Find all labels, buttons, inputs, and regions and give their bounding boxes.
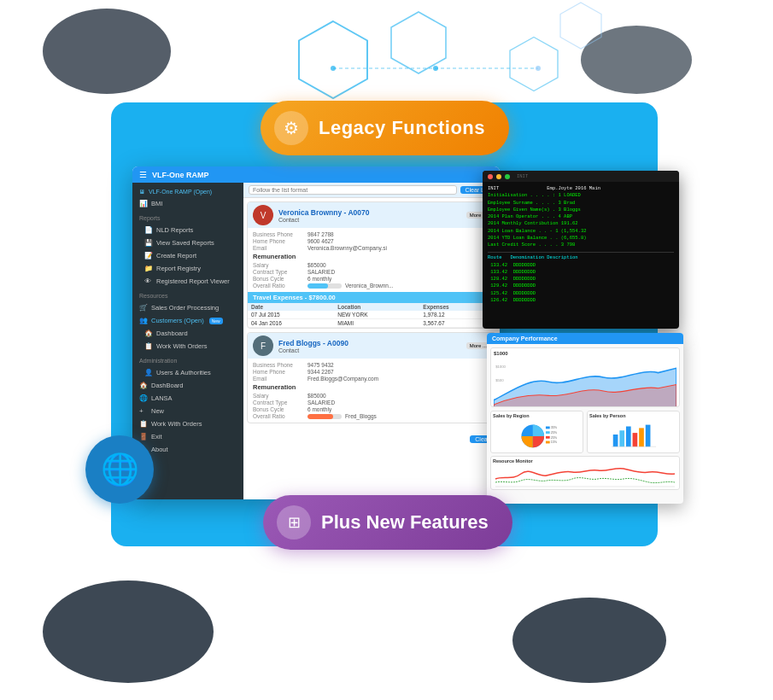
lansa-label: LANSA [151,394,173,402]
sidebar-admin-section: Administration [132,353,243,366]
sidebar-top-icon: 🖥 [139,189,145,195]
nld-label: NLD Reports [156,226,193,234]
fred-card-header: F Fred Bloggs - A0090 Contact More ... [248,333,495,359]
pie-chart: Sales by Region 35% 25% 25% 15% [490,411,583,453]
term-close-dot [488,174,493,179]
sidebar-reports-section: Reports [132,210,243,224]
term-line-8: 2014 YTD Loan Balance . . (6,655.8) [488,235,674,242]
date-2: 04 Jan 2016 [248,319,334,328]
svg-text:35%: 35% [551,426,558,429]
sidebar-item-users[interactable]: 👤 Users & Authorities [132,366,243,379]
ratio-bar [307,283,342,289]
vlf-title: VLF-One RAMP [152,171,209,179]
sidebar-item-dashboard[interactable]: 🏠 Dashboard [132,327,243,340]
lansa-icon: 🌐 [139,394,148,402]
customer-card-veronica: V Veronica Brownny - A0070 Contact More … [247,201,496,329]
term-line-6: 2014 Monthly Contribution 191.62 [488,220,674,227]
term-line-3: Employee Surname . . . . 3 Brad [488,200,674,207]
veronica-business-phone: Business Phone 9847 2788 [253,231,490,237]
sidebar-item-sales[interactable]: 🛒 Sales Order Processing [132,301,243,314]
fred-contract-type: Contract Type SALARIED [253,400,490,405]
fred-ratio: Overall Ratio Fred_Bloggs [253,413,490,419]
travel-row-1: 07 Jul 2015 NEW YORK 1,978.12 [248,311,495,319]
sidebar-item-customers[interactable]: 👥 Customers (Open) New [132,314,243,327]
fred-name: Fred Bloggs - A0090 [278,339,348,347]
svg-text:$500: $500 [495,378,504,382]
clear-bottom: Clear [243,427,500,447]
bmi-label: BMI [151,200,162,207]
term-maximize-dot [505,174,510,179]
term-minimize-dot [496,174,501,179]
dashboard-icon: 🏠 [144,330,153,337]
vlf-toolbar: Clear List [243,183,500,198]
date-header: Date [248,303,334,311]
svg-text:15%: 15% [551,440,558,444]
fred-salary: Salary $85000 [253,393,490,399]
resources-label: Resources [139,293,167,299]
sidebar-top-label: VLF-One RAMP (Open) [149,189,212,195]
admin-label: Administration [139,358,177,364]
svg-rect-24 [639,428,644,446]
term-line-4: Employee Given Name(s) . 3 Bloggs [488,207,674,213]
svg-point-6 [433,66,438,71]
fred-ratio-fill [307,414,333,419]
sidebar-item-lansa[interactable]: 🌐 LANSA [132,392,243,405]
globe-circle[interactable]: 🌐 [85,435,154,504]
terminal-header: INIT [483,171,679,182]
fred-ratio-bar [307,414,342,419]
svg-rect-12 [546,427,550,429]
create-label: Create Report [156,252,196,260]
sidebar-resources-section: Resources [132,288,243,301]
svg-rect-23 [633,433,638,446]
search-input[interactable] [249,185,457,195]
veronica-salary: Salary $65000 [253,262,490,268]
sidebar-item-nld[interactable]: 📄 NLD Reports [132,224,243,236]
orders2-icon: 📋 [139,420,148,428]
fred-remuneration-title: Remuneration [253,383,490,391]
orders2-label: Work With Orders [151,420,202,428]
veronica-section: Contact [278,217,369,223]
vlf-body: 🖥 VLF-One RAMP (Open) 📊 BMI Reports 📄 NL… [132,183,500,499]
sidebar-item-saved-reports[interactable]: 💾 View Saved Reports [132,236,243,249]
term-row-5: 125.42 DDDDDDDD [488,290,674,297]
vlf-window: ☰ VLF-One RAMP 🖥 VLF-One RAMP (Open) 📊 B… [132,166,500,499]
sidebar-item-work-orders[interactable]: 📋 Work With Orders [132,340,243,353]
main-chart-title: $1000 [494,351,676,356]
terminal-table: Route Denomination Description 133.42 DD… [488,252,674,304]
fred-avatar: F [253,335,273,356]
term-line-2: Initialisation . . . . : 1 LOADED [488,192,674,199]
term-row-2: 133.42 DDDDDDDD [488,269,674,276]
bmi-icon: 📊 [139,200,148,207]
veronica-ratio: Overall Ratio Veronica_Brownn... [253,283,490,289]
terminal-title: INIT [517,173,528,179]
nld-icon: 📄 [144,226,153,234]
customer-card-fred: F Fred Bloggs - A0090 Contact More ... B… [247,332,496,423]
dashboard-title: Company Performance [487,333,683,344]
sidebar-item-viewer[interactable]: 👁 Registered Report Viewer [132,275,243,288]
sidebar-item-dashboard2[interactable]: 🏠 DashBoard [132,379,243,392]
sidebar-item-work-orders2[interactable]: 📋 Work With Orders [132,417,243,430]
veronica-card-body: Business Phone 9847 2788 Home Phone 9600… [248,228,495,292]
globe-icon: 🌐 [101,452,139,487]
area-chart-svg: $1000 $500 [494,358,676,407]
sidebar-item-new[interactable]: + New [132,405,243,417]
about-label: About [151,446,168,453]
gear-icon: ⚙ [274,111,308,145]
sidebar-item-exit[interactable]: 🚪 Exit [132,430,243,443]
resource-svg [493,464,677,487]
sidebar-item-create-report[interactable]: 📝 Create Report [132,249,243,262]
sales-icon: 🛒 [139,304,148,312]
term-row-1: 133.42 DDDDDDDD [488,262,674,269]
new-badge: New [209,318,223,324]
saved-icon: 💾 [144,239,153,247]
sidebar-item-bmi[interactable]: 📊 BMI [132,197,243,210]
term-table-header: Route Denomination Description [488,254,674,261]
svg-rect-18 [546,441,550,444]
sidebar-item-registry[interactable]: 📁 Report Registry [132,262,243,275]
location-header: Location [334,303,419,311]
svg-rect-20 [613,435,618,446]
sidebar-top-item[interactable]: 🖥 VLF-One RAMP (Open) [132,186,243,197]
legacy-functions-badge: ⚙ Legacy Functions [261,101,509,155]
veronica-home-phone: Home Phone 9600 4627 [253,238,490,244]
blob-bottom-left [43,580,214,683]
